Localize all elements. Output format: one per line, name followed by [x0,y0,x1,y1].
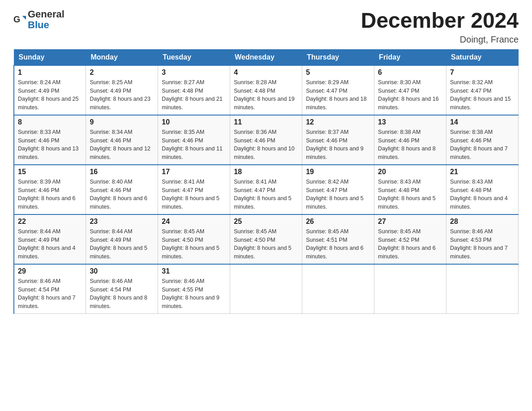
sunrise-label: Sunrise: 8:41 AM [162,179,204,185]
daylight-label: Daylight: 8 hours and 5 minutes. [90,245,147,260]
daylight-label: Daylight: 8 hours and 16 minutes. [378,96,439,111]
day-number: 22 [18,218,82,226]
sunrise-label: Sunrise: 8:46 AM [90,278,132,284]
sunrise-label: Sunrise: 8:44 AM [90,228,132,235]
day-info: Sunrise: 8:45 AM Sunset: 4:52 PM Dayligh… [378,227,442,261]
day-number: 1 [18,68,82,77]
calendar-cell: 13 Sunrise: 8:38 AM Sunset: 4:46 PM Dayl… [374,115,446,165]
sunset-label: Sunset: 4:46 PM [450,137,491,144]
day-number: 8 [18,118,82,126]
calendar-cell: 19 Sunrise: 8:42 AM Sunset: 4:47 PM Dayl… [302,165,374,214]
calendar-week-5: 29 Sunrise: 8:46 AM Sunset: 4:54 PM Dayl… [14,264,519,314]
sunrise-label: Sunrise: 8:45 AM [306,228,348,235]
daylight-label: Daylight: 8 hours and 5 minutes. [162,245,219,260]
sunset-label: Sunset: 4:46 PM [234,137,275,144]
calendar-table: Sunday Monday Tuesday Wednesday Thursday… [13,49,519,314]
day-info: Sunrise: 8:32 AM Sunset: 4:47 PM Dayligh… [450,78,515,112]
daylight-label: Daylight: 8 hours and 7 minutes. [450,146,508,160]
col-saturday: Saturday [446,49,519,65]
sunset-label: Sunset: 4:46 PM [18,137,59,144]
calendar-cell [230,264,302,314]
calendar-cell: 11 Sunrise: 8:36 AM Sunset: 4:46 PM Dayl… [230,115,302,165]
daylight-label: Daylight: 8 hours and 4 minutes. [18,245,76,260]
sunrise-label: Sunrise: 8:45 AM [378,228,420,235]
sunset-label: Sunset: 4:46 PM [90,137,131,144]
calendar-cell: 1 Sunrise: 8:24 AM Sunset: 4:49 PM Dayli… [14,65,86,115]
calendar-week-1: 1 Sunrise: 8:24 AM Sunset: 4:49 PM Dayli… [14,65,519,115]
sunrise-label: Sunrise: 8:44 AM [18,228,60,235]
sunset-label: Sunset: 4:47 PM [234,187,275,193]
calendar-cell: 24 Sunrise: 8:45 AM Sunset: 4:50 PM Dayl… [158,214,230,264]
day-info: Sunrise: 8:37 AM Sunset: 4:46 PM Dayligh… [306,128,370,162]
day-number: 7 [450,68,515,77]
day-info: Sunrise: 8:39 AM Sunset: 4:46 PM Dayligh… [18,178,82,211]
day-number: 5 [306,68,370,77]
day-info: Sunrise: 8:38 AM Sunset: 4:46 PM Dayligh… [378,128,442,162]
sunset-label: Sunset: 4:54 PM [90,287,131,293]
sunrise-label: Sunrise: 8:39 AM [18,179,60,185]
day-info: Sunrise: 8:46 AM Sunset: 4:54 PM Dayligh… [18,277,82,311]
day-info: Sunrise: 8:38 AM Sunset: 4:46 PM Dayligh… [450,128,515,162]
sunrise-label: Sunrise: 8:24 AM [18,79,60,86]
sunrise-label: Sunrise: 8:27 AM [162,79,204,86]
daylight-label: Daylight: 8 hours and 8 minutes. [90,295,147,309]
col-wednesday: Wednesday [230,49,302,65]
calendar-cell: 30 Sunrise: 8:46 AM Sunset: 4:54 PM Dayl… [86,264,158,314]
calendar-cell: 21 Sunrise: 8:43 AM Sunset: 4:48 PM Dayl… [446,165,519,214]
calendar-cell [374,264,446,314]
location: Doingt, France [361,34,519,45]
sunrise-label: Sunrise: 8:46 AM [450,228,493,235]
daylight-label: Daylight: 8 hours and 7 minutes. [18,295,76,309]
calendar-cell: 16 Sunrise: 8:40 AM Sunset: 4:46 PM Dayl… [86,165,158,214]
sunrise-label: Sunrise: 8:43 AM [450,179,493,185]
sunrise-label: Sunrise: 8:46 AM [18,278,60,284]
daylight-label: Daylight: 8 hours and 5 minutes. [162,195,219,210]
sunrise-label: Sunrise: 8:28 AM [234,79,276,86]
daylight-label: Daylight: 8 hours and 5 minutes. [306,195,364,210]
day-info: Sunrise: 8:27 AM Sunset: 4:48 PM Dayligh… [162,78,226,112]
header-row: Sunday Monday Tuesday Wednesday Thursday… [14,49,519,65]
sunrise-label: Sunrise: 8:25 AM [90,79,132,86]
day-info: Sunrise: 8:40 AM Sunset: 4:46 PM Dayligh… [90,178,154,211]
daylight-label: Daylight: 8 hours and 10 minutes. [234,146,295,160]
daylight-label: Daylight: 8 hours and 6 minutes. [378,245,436,260]
sunrise-label: Sunrise: 8:35 AM [162,129,204,135]
sunset-label: Sunset: 4:48 PM [234,88,275,94]
sunset-label: Sunset: 4:49 PM [90,237,131,243]
day-number: 18 [234,168,298,176]
col-monday: Monday [86,49,158,65]
sunset-label: Sunset: 4:53 PM [450,237,491,243]
logo-icon: G [13,13,26,26]
day-number: 14 [450,118,515,126]
sunrise-label: Sunrise: 8:43 AM [378,179,420,185]
col-sunday: Sunday [14,49,86,65]
sunset-label: Sunset: 4:47 PM [378,88,419,94]
day-info: Sunrise: 8:46 AM Sunset: 4:55 PM Dayligh… [162,277,226,311]
daylight-label: Daylight: 8 hours and 23 minutes. [90,96,150,111]
day-info: Sunrise: 8:24 AM Sunset: 4:49 PM Dayligh… [18,78,82,112]
daylight-label: Daylight: 8 hours and 5 minutes. [378,195,436,210]
day-info: Sunrise: 8:43 AM Sunset: 4:48 PM Dayligh… [450,178,515,211]
calendar-cell: 17 Sunrise: 8:41 AM Sunset: 4:47 PM Dayl… [158,165,230,214]
day-number: 16 [90,168,154,176]
sunset-label: Sunset: 4:46 PM [162,137,203,144]
sunset-label: Sunset: 4:54 PM [18,287,59,293]
sunrise-label: Sunrise: 8:45 AM [234,228,276,235]
calendar-cell: 23 Sunrise: 8:44 AM Sunset: 4:49 PM Dayl… [86,214,158,264]
logo-blue-text: Blue [28,20,64,30]
sunrise-label: Sunrise: 8:32 AM [450,79,493,86]
daylight-label: Daylight: 8 hours and 7 minutes. [450,245,508,260]
sunrise-label: Sunrise: 8:29 AM [306,79,348,86]
daylight-label: Daylight: 8 hours and 19 minutes. [234,96,295,111]
month-title: December 2024 [361,9,519,33]
day-number: 30 [90,267,154,275]
day-number: 26 [306,218,370,226]
day-number: 3 [162,68,226,77]
calendar-cell: 27 Sunrise: 8:45 AM Sunset: 4:52 PM Dayl… [374,214,446,264]
day-info: Sunrise: 8:36 AM Sunset: 4:46 PM Dayligh… [234,128,298,162]
svg-marker-1 [22,16,26,20]
daylight-label: Daylight: 8 hours and 4 minutes. [450,195,508,210]
calendar-cell: 14 Sunrise: 8:38 AM Sunset: 4:46 PM Dayl… [446,115,519,165]
sunset-label: Sunset: 4:47 PM [162,187,203,193]
day-info: Sunrise: 8:34 AM Sunset: 4:46 PM Dayligh… [90,128,154,162]
